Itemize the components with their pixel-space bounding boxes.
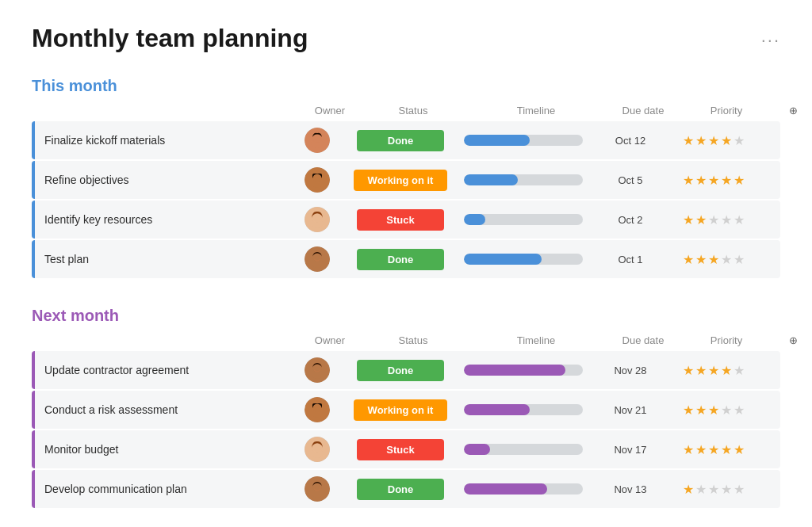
status-cell[interactable]: Working on it: [349, 170, 452, 191]
col-timeline: Timeline: [465, 334, 607, 346]
timeline-cell: [452, 365, 595, 376]
star-3: ★: [708, 403, 719, 418]
status-badge[interactable]: Done: [357, 360, 444, 381]
status-badge[interactable]: Stuck: [357, 439, 444, 460]
owner-cell[interactable]: [285, 397, 349, 422]
timeline-fill: [464, 254, 542, 265]
timeline-cell: [452, 214, 595, 225]
priority-cell[interactable]: ★★★★★: [666, 133, 761, 148]
star-1: ★: [683, 252, 694, 267]
star-5: ★: [733, 482, 745, 497]
due-date-cell: Nov 17: [595, 444, 666, 456]
status-cell[interactable]: Done: [349, 360, 452, 381]
star-5: ★: [733, 252, 745, 267]
timeline-cell: [452, 135, 595, 146]
status-badge[interactable]: Done: [357, 249, 444, 270]
star-5: ★: [733, 403, 745, 418]
timeline-fill: [464, 135, 530, 146]
due-date-cell: Oct 5: [595, 174, 666, 186]
page-title: Monthly team planning: [32, 24, 308, 53]
svg-point-12: [312, 213, 322, 223]
priority-cell[interactable]: ★★★★★: [666, 363, 761, 378]
col-timeline: Timeline: [465, 105, 607, 116]
left-border: [32, 470, 35, 508]
status-badge[interactable]: Done: [357, 479, 444, 500]
task-row: Test plan Done: [32, 240, 780, 278]
left-border: [32, 391, 35, 429]
task-row: Develop communication plan Done: [32, 470, 780, 508]
avatar[interactable]: [304, 207, 330, 232]
status-cell[interactable]: Stuck: [349, 209, 452, 231]
status-badge[interactable]: Working on it: [354, 399, 448, 421]
timeline-fill: [464, 174, 518, 185]
star-1: ★: [683, 133, 694, 148]
status-badge[interactable]: Working on it: [354, 170, 448, 191]
page-header: Monthly team planning ···: [32, 24, 780, 53]
task-name-cell: Identify key resources: [32, 200, 285, 239]
col-status: Status: [362, 334, 465, 346]
more-options-button[interactable]: ···: [761, 30, 780, 51]
star-4: ★: [721, 252, 732, 267]
section-header-this-month: This month: [32, 77, 780, 95]
avatar[interactable]: [304, 397, 330, 422]
due-date-cell: Oct 12: [595, 135, 666, 147]
timeline-cell: [452, 444, 595, 455]
star-5: ★: [733, 442, 745, 457]
section-title-next-month: Next month: [32, 307, 119, 325]
avatar[interactable]: [304, 437, 330, 462]
owner-cell[interactable]: [285, 167, 349, 193]
avatar[interactable]: [304, 476, 330, 502]
star-5: ★: [733, 212, 745, 227]
timeline-fill: [464, 365, 565, 376]
star-4: ★: [721, 212, 732, 227]
status-cell[interactable]: Done: [349, 130, 452, 151]
priority-cell[interactable]: ★★★★★: [666, 482, 761, 497]
add-column-button[interactable]: ⊕: [774, 105, 798, 116]
task-name-cell: Conduct a risk assessment: [32, 391, 285, 429]
star-3: ★: [708, 212, 719, 227]
left-border: [32, 430, 35, 468]
owner-cell[interactable]: [285, 476, 349, 502]
avatar[interactable]: [304, 246, 330, 272]
add-column-button[interactable]: ⊕: [774, 334, 798, 346]
timeline-cell: [452, 404, 595, 415]
due-date-cell: Oct 2: [595, 214, 666, 226]
status-badge[interactable]: Stuck: [357, 209, 444, 231]
priority-cell[interactable]: ★★★★★: [666, 442, 761, 457]
task-name-cell: Develop communication plan: [32, 470, 285, 508]
task-name: Update contractor agreement: [44, 364, 189, 376]
status-cell[interactable]: Done: [349, 479, 452, 500]
col-status: Status: [362, 105, 465, 116]
owner-cell[interactable]: [285, 246, 349, 272]
priority-cell[interactable]: ★★★★★: [666, 212, 761, 227]
owner-cell[interactable]: [285, 207, 349, 232]
star-3: ★: [708, 252, 719, 267]
task-name: Conduct a risk assessment: [44, 403, 178, 416]
left-border: [32, 161, 35, 199]
priority-cell[interactable]: ★★★★★: [666, 252, 761, 267]
timeline-bar: [464, 444, 583, 455]
task-name: Identify key resources: [44, 213, 152, 226]
timeline-fill: [464, 214, 485, 225]
task-name-cell: Test plan: [32, 240, 285, 278]
status-badge[interactable]: Done: [357, 130, 444, 151]
owner-cell[interactable]: [285, 128, 349, 153]
section-this-month: This month Owner Status Timeline Due dat…: [32, 77, 780, 278]
status-cell[interactable]: Stuck: [349, 439, 452, 460]
avatar[interactable]: [304, 167, 330, 193]
task-row: Refine objectives Working on it: [32, 161, 780, 199]
svg-point-8: [313, 174, 322, 183]
status-cell[interactable]: Working on it: [349, 399, 452, 421]
star-4: ★: [721, 442, 732, 457]
status-cell[interactable]: Done: [349, 249, 452, 270]
timeline-bar: [464, 365, 583, 376]
avatar[interactable]: [304, 128, 330, 153]
priority-cell[interactable]: ★★★★★: [666, 403, 761, 418]
task-row: Conduct a risk assessment Working on it: [32, 391, 780, 429]
owner-cell[interactable]: [285, 437, 349, 462]
avatar[interactable]: [304, 357, 330, 383]
owner-cell[interactable]: [285, 357, 349, 383]
due-date-cell: Oct 1: [595, 254, 666, 265]
priority-cell[interactable]: ★★★★★: [666, 173, 761, 188]
star-1: ★: [683, 363, 694, 378]
